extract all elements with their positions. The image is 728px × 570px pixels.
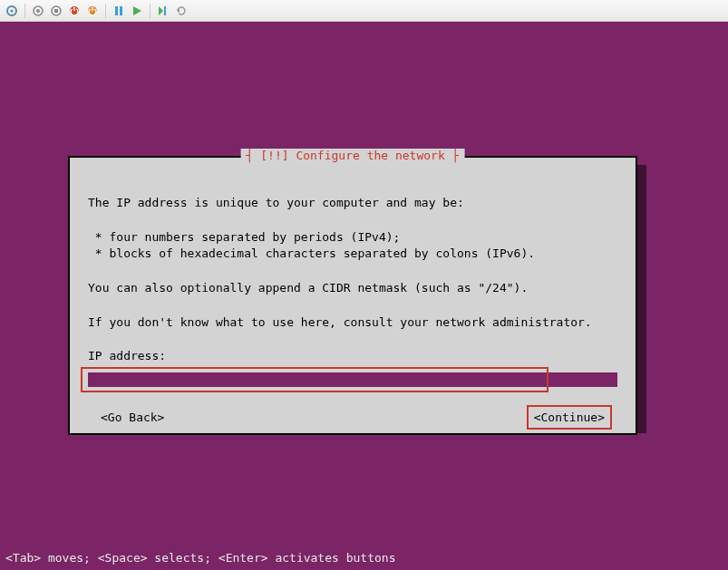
- svg-marker-11: [159, 6, 163, 15]
- dialog-body: The IP address is unique to your compute…: [88, 178, 617, 365]
- desc-line: If you don't know what to use here, cons…: [88, 315, 592, 329]
- play-icon[interactable]: [129, 3, 145, 19]
- svg-rect-12: [164, 6, 166, 15]
- separator: [150, 4, 150, 18]
- svg-rect-5: [54, 9, 58, 13]
- dialog-title: ┤ [!!] Configure the network ├: [241, 149, 465, 162]
- title-text: Configure the network: [296, 149, 444, 162]
- pause-icon[interactable]: [111, 3, 127, 19]
- desc-bullet: * blocks of hexadecimal characters separ…: [88, 246, 535, 260]
- continue-label: <Continue>: [534, 411, 605, 424]
- desc-line: You can also optionally append a CIDR ne…: [88, 281, 528, 295]
- go-back-button[interactable]: <Go Back>: [97, 409, 168, 426]
- power-off-icon[interactable]: [66, 3, 83, 19]
- desc-line: The IP address is unique to your compute…: [88, 196, 464, 209]
- step-icon[interactable]: [155, 3, 171, 19]
- svg-rect-8: [115, 6, 118, 15]
- field-label: IP address:: [88, 349, 166, 362]
- dialog-buttons: <Go Back> <Continue>: [88, 409, 617, 426]
- vm-toolbar: [0, 0, 728, 22]
- continue-button[interactable]: <Continue>: [530, 409, 608, 426]
- svg-rect-9: [120, 6, 122, 15]
- svg-point-3: [36, 9, 40, 13]
- ip-address-input[interactable]: [88, 372, 617, 387]
- power-icon[interactable]: [84, 3, 101, 19]
- network-config-dialog: ┤ [!!] Configure the network ├ The IP ad…: [68, 156, 637, 435]
- svg-point-1: [11, 9, 14, 12]
- ip-address-input-row: [88, 372, 617, 387]
- record-icon[interactable]: [30, 3, 46, 19]
- stop-icon[interactable]: [48, 3, 64, 19]
- reset-icon[interactable]: [173, 3, 189, 19]
- svg-marker-10: [133, 6, 141, 15]
- desc-bullet: * four numbers separated by periods (IPv…: [88, 230, 400, 244]
- settings-icon[interactable]: [4, 3, 20, 19]
- footer-hint: <Tab> moves; <Space> selects; <Enter> ac…: [5, 551, 395, 565]
- separator: [24, 4, 25, 18]
- installer-screen: ┤ [!!] Configure the network ├ The IP ad…: [0, 22, 728, 570]
- title-prefix: [!!]: [260, 149, 288, 162]
- separator: [105, 4, 106, 18]
